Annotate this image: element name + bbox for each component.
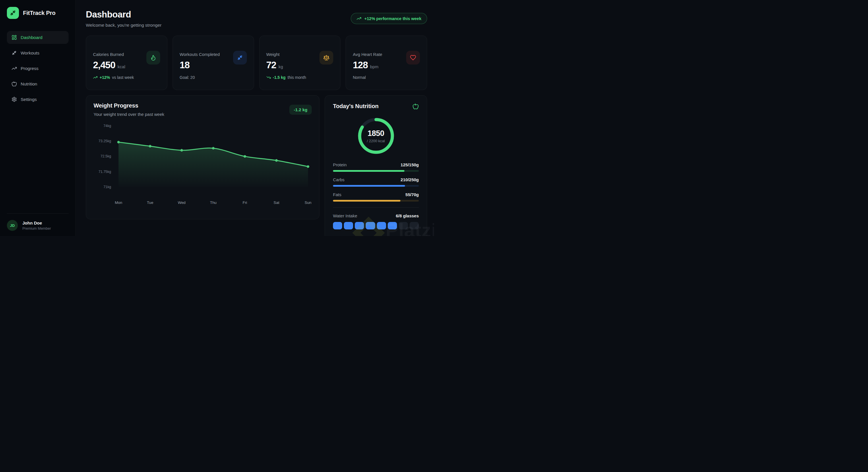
svg-text:72.5kg: 72.5kg [100,154,111,158]
stat-card-avg-heart-rate: Avg Heart Rate128bpmNormal [346,36,427,90]
brand: FitTrack Pro [7,7,69,19]
macro-row-fats: Fats55/70g [333,192,419,202]
trending-up-icon [11,66,17,71]
macro-label: Carbs [333,177,344,182]
sidebar-item-label: Dashboard [21,35,42,40]
stat-footer-text: Goal: 20 [180,75,195,80]
dumbbell-icon [233,51,247,65]
chart-subtitle: Your weight trend over the past week [94,112,164,117]
macro-value: 125/150g [401,162,419,167]
macro-list: Protein125/150gCarbs210/250gFats55/70g [333,162,419,202]
water-glass-5[interactable] [377,222,386,229]
sidebar-nav: DashboardWorkoutsProgressNutritionSettin… [7,31,69,106]
macro-label: Fats [333,192,341,197]
macro-progress-fill [333,185,405,187]
performance-badge-label: +12% performance this week [364,16,422,21]
water-glasses [333,222,419,229]
user-name: John Doe [22,221,51,225]
trending-down-icon [267,75,271,80]
sidebar-divider [7,213,69,214]
svg-text:Tue: Tue [147,200,153,205]
scale-icon [319,51,333,65]
water-glass-1[interactable] [333,222,342,229]
apple-icon [412,103,419,109]
stat-value: 128 [353,60,368,71]
water-glass-7[interactable] [399,222,408,229]
water-glass-2[interactable] [344,222,353,229]
sidebar-item-nutrition[interactable]: Nutrition [7,77,69,90]
app-logo-dumbbell-icon [7,7,19,19]
calorie-ring: 1850 / 2200 kcal [357,117,395,155]
svg-text:Mon: Mon [115,200,122,205]
svg-text:73.25kg: 73.25kg [98,139,111,143]
sidebar-item-settings[interactable]: Settings [7,93,69,106]
flame-icon [146,51,160,65]
calories-value: 1850 [367,129,384,138]
stat-cards: Calories Burned2,450kcal+12%vs last week… [86,36,427,90]
svg-text:Wed: Wed [178,200,185,205]
main-content: Dashboard Welcome back, you're getting s… [76,0,434,236]
bottom-section: Weight Progress Your weight trend over t… [86,95,427,236]
nutrition-card: Today's Nutrition 1850 / 2200 kcal Prote… [324,95,427,236]
water-glass-6[interactable] [388,222,397,229]
app-title: FitTrack Pro [23,10,55,16]
stat-value: 18 [180,60,190,71]
settings-icon [11,97,17,102]
stat-card-calories-burned: Calories Burned2,450kcal+12%vs last week [86,36,167,90]
apple-icon [11,81,17,87]
sidebar-item-dashboard[interactable]: Dashboard [7,31,69,44]
stat-value: 72 [267,60,276,71]
page-subtitle: Welcome back, you're getting stronger [86,23,162,28]
app-window: FitTrack Pro DashboardWorkoutsProgressNu… [0,0,434,236]
sidebar-item-progress[interactable]: Progress [7,62,69,75]
svg-text:71kg: 71kg [103,185,111,189]
calories-goal: / 2200 kcal [367,139,385,143]
svg-text:Thu: Thu [210,200,217,205]
water-intake-value: 6/8 glasses [396,213,419,218]
user-role: Premium Member [22,227,51,231]
sidebar-item-label: Nutrition [21,81,37,87]
macro-progress-track [333,185,419,187]
svg-text:Sat: Sat [274,200,279,205]
water-glass-3[interactable] [355,222,364,229]
stat-footer-text: Normal [353,75,366,80]
performance-badge: +12% performance this week [351,13,427,24]
water-glass-8[interactable] [410,222,419,229]
stat-card-weight: Weight72kg-1.5 kgthis month [259,36,341,90]
sidebar-item-workouts[interactable]: Workouts [7,46,69,59]
macro-row-protein: Protein125/150g [333,162,419,172]
trending-up-icon [356,16,361,21]
sidebar-item-label: Workouts [21,50,39,56]
stat-footer-text: this month [288,75,306,80]
dumbbell-icon [11,50,17,56]
sidebar-item-label: Settings [21,97,37,102]
macro-value: 55/70g [405,192,419,197]
svg-text:74kg: 74kg [103,124,111,128]
page-header: Dashboard Welcome back, you're getting s… [86,9,427,28]
weight-delta-badge: -1.2 kg [289,105,312,115]
stat-unit: kg [278,64,283,69]
svg-text:Fri: Fri [243,200,247,205]
dashboard-icon [11,35,17,40]
weight-line-chart: 74kg73.25kg72.5kg71.75kg71kgMonTueWedThu… [94,121,312,207]
svg-text:Sun: Sun [305,200,311,205]
user-profile[interactable]: JD John Doe Premium Member [7,220,69,231]
weight-progress-card: Weight Progress Your weight trend over t… [86,95,319,220]
divider [333,207,419,208]
heart-icon [406,51,420,65]
macro-progress-track [333,200,419,202]
stat-card-workouts-completed: Workouts Completed18Goal: 20 [173,36,254,90]
stat-unit: bpm [370,64,378,69]
stat-unit: kcal [118,64,125,69]
sidebar: FitTrack Pro DashboardWorkoutsProgressNu… [0,0,76,236]
water-glass-4[interactable] [366,222,375,229]
macro-row-carbs: Carbs210/250g [333,177,419,187]
macro-value: 210/250g [401,177,419,182]
stat-value: 2,450 [93,60,115,71]
stat-trend-value: -1.5 kg [273,75,286,80]
macro-progress-fill [333,200,400,202]
nutrition-title: Today's Nutrition [333,103,379,109]
stat-trend-value: +12% [100,75,110,80]
macro-progress-fill [333,170,404,172]
stat-footer-text: vs last week [112,75,134,80]
